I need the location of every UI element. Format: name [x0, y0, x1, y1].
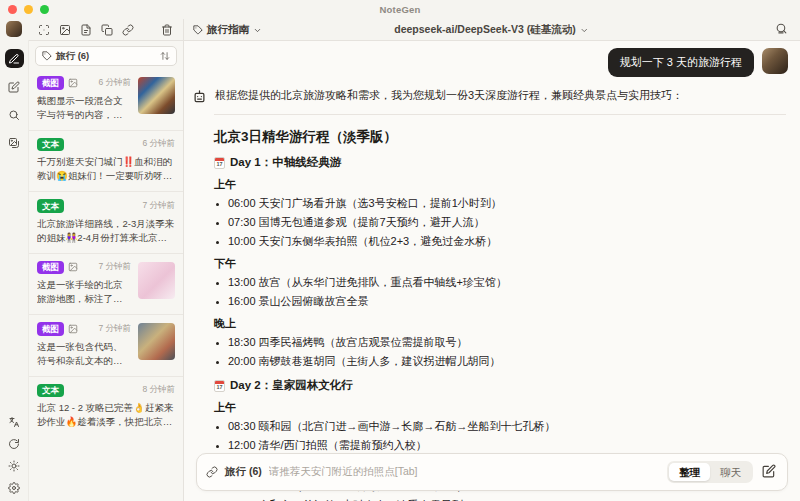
rail-gallery-button[interactable] [5, 133, 24, 152]
note-item-header: 文本6 分钟前 [37, 138, 175, 152]
itinerary-list: 08:30 颐和园（北宫门进→画中游→长廊→石舫→坐船到十七孔桥）12:00 清… [214, 419, 782, 453]
pen-icon [8, 53, 20, 65]
itinerary-item: 20:00 南锣鼓巷逛胡同（主街人多，建议拐进帽儿胡同） [228, 354, 782, 369]
link-tool-button[interactable] [122, 24, 134, 36]
note-thumbnail [138, 77, 175, 114]
assistant-intro: 根据您提供的北京旅游攻略和需求，我为您规划一份3天深度游行程，兼顾经典景点与实用… [215, 88, 683, 104]
note-thumbnail [138, 323, 175, 360]
rail-compose-button[interactable] [5, 77, 24, 96]
trash-button[interactable] [161, 24, 173, 36]
file-tool-button[interactable] [80, 24, 92, 36]
day-title-text: Day 2：皇家园林文化行 [230, 378, 353, 393]
chat-area: 规划一下 3 天的旅游行程 根据您提供的北京旅游攻略和需求，我为您规划一份3天深… [184, 41, 800, 501]
mode-active-button[interactable]: 整理 [669, 463, 710, 482]
model-selector[interactable]: deepseek-ai/DeepSeek-V3 (硅基流动) [394, 21, 588, 39]
chat-input[interactable]: 请推荐天安门附近的拍照点[Tab] [269, 465, 660, 479]
rail-search-button[interactable] [5, 105, 24, 124]
sync-icon [8, 438, 20, 450]
itinerary-list: 06:00 天安门广场看升旗（选3号安检口，提前1小时到）07:30 国博无包通… [214, 196, 782, 249]
itinerary-item: 12:00 清华/西门拍照（需提前预约入校） [228, 438, 782, 453]
compose-button[interactable] [760, 462, 778, 483]
screenshot-icon [38, 24, 50, 36]
note-preview-text: 这是一张包含代码、符号和杂乱文本的截图，内容难以辨识，似乎涉及技术... [37, 340, 131, 368]
translate-icon [8, 416, 20, 428]
image-icon [59, 24, 71, 36]
user-avatar[interactable] [6, 21, 22, 37]
note-preview-text: 这是一张手绘的北京旅游地图，标注了景点、交通方式和门票价格，如天安... [37, 278, 131, 306]
note-preview-text: 千万别逛天安门城门‼️血和泪的教训😭姐妹们！一定要听劝呀❗除非是预约了参观天安门… [37, 155, 175, 183]
rail-buttons [5, 49, 24, 152]
note-preview-text: 北京旅游详细路线，2-3月淡季来的姐妹👭2-4月份打算来北京玩的宝子 不用再翻遍… [37, 217, 175, 245]
section-label: 上午 [214, 400, 782, 415]
note-item-header: 截图7 分钟前 [37, 261, 131, 275]
minimize-button[interactable] [24, 5, 33, 14]
section-label: 晚上 [214, 316, 782, 331]
robot-icon [192, 89, 207, 104]
rail-settings-button[interactable] [8, 482, 20, 494]
doc-days: 17Day 1：中轴线经典游上午06:00 天安门广场看升旗（选3号安检口，提前… [214, 155, 782, 501]
copy-icon [101, 24, 113, 36]
itinerary-list: 18:30 四季民福烤鸭（故宫店观景位需提前取号）20:00 南锣鼓巷逛胡同（主… [214, 335, 782, 369]
day-heading: 17Day 1：中轴线经典游 [214, 155, 782, 170]
app-title: NoteGen [0, 0, 800, 19]
clear-chat-button[interactable] [769, 21, 800, 39]
note-item-header: 截图6 分钟前 [37, 76, 131, 90]
nav-rail [0, 19, 28, 501]
chat-input-bar[interactable]: 旅行 (6) 请推荐天安门附近的拍照点[Tab] 整理聊天 [196, 453, 788, 491]
note-title-dropdown[interactable]: 旅行指南 [183, 21, 262, 39]
calendar-emoji: 17 [214, 157, 225, 169]
note-item-header: 文本7 分钟前 [37, 199, 175, 213]
mode-toggle: 整理聊天 [667, 461, 753, 484]
note-thumbnail [138, 262, 175, 299]
note-type-badge: 文本 [37, 199, 64, 213]
note-preview-text: 截图显示一段混合文字与符号的内容，包含多行无序排列的字母、数字和符... [37, 94, 131, 122]
note-timestamp: 7 分钟前 [98, 323, 131, 335]
doc-title: 北京3日精华游行程（淡季版） [214, 128, 782, 146]
itinerary-list: 13:00 故宫（从东华门进免排队，重点看中轴线+珍宝馆）16:00 景山公园俯… [214, 275, 782, 309]
itinerary-item: 06:00 天安门广场看升旗（选3号安检口，提前1小时到） [228, 196, 782, 211]
app-window: NoteGen 旅行指南 deepseek-ai/DeepSeek-V3 (硅基… [0, 0, 800, 501]
note-list-item[interactable]: 截图6 分钟前截图显示一段混合文字与符号的内容，包含多行无序排列的字母、数字和符… [29, 69, 183, 131]
chevron-down-icon [253, 21, 262, 39]
tag-filter-label: 旅行 (6) [56, 50, 89, 63]
trash-icon [161, 24, 173, 36]
screenshot-tool-button[interactable] [38, 24, 50, 36]
note-list-item[interactable]: 文本6 分钟前千万别逛天安门城门‼️血和泪的教训😭姐妹们！一定要听劝呀❗除非是预… [29, 131, 183, 193]
day-heading: 17Day 2：皇家园林文化行 [214, 378, 782, 393]
model-label: deepseek-ai/DeepSeek-V3 (硅基流动) [394, 23, 575, 37]
day-title-text: Day 1：中轴线经典游 [230, 155, 341, 170]
itinerary-item: 07:30 国博无包通道参观（提前7天预约，避开人流） [228, 215, 782, 230]
link-icon [122, 24, 134, 36]
link-icon [206, 466, 218, 478]
note-type-badge: 截图 [37, 322, 64, 336]
note-type-badge: 截图 [37, 76, 64, 90]
rail-pen-button[interactable] [5, 49, 24, 68]
image-tool-button[interactable] [59, 24, 71, 36]
tag-filter[interactable]: 旅行 (6) [35, 46, 177, 66]
note-preview-text: 北京 12 - 2 攻略已完善👌赶紧来抄作业🔥趁着淡季，快把北京旅游攻略重新整理… [37, 401, 175, 429]
titlebar: NoteGen [0, 0, 800, 19]
note-list-item[interactable]: 文本8 分钟前北京 12 - 2 攻略已完善👌赶紧来抄作业🔥趁着淡季，快把北京旅… [29, 377, 183, 438]
user-message-bubble: 规划一下 3 天的旅游行程 [608, 48, 754, 77]
mode-option-button[interactable]: 聊天 [710, 463, 751, 482]
gallery-icon [8, 137, 20, 149]
itinerary-item: 13:00 故宫（从东华门进免排队，重点看中轴线+珍宝馆） [228, 275, 782, 290]
clear-icon [775, 22, 788, 38]
close-button[interactable] [8, 5, 17, 14]
note-list-item[interactable]: 截图7 分钟前这是一张包含代码、符号和杂乱文本的截图，内容难以辨识，似乎涉及技术… [29, 315, 183, 377]
sort-icon[interactable] [160, 51, 170, 61]
note-timestamp: 6 分钟前 [98, 77, 131, 89]
note-title: 旅行指南 [207, 23, 249, 37]
copy-tool-button[interactable] [101, 24, 113, 36]
rail-translate-button[interactable] [8, 416, 20, 428]
search-icon [8, 109, 20, 121]
compose-icon [762, 464, 776, 481]
main-header: 旅行指南 deepseek-ai/DeepSeek-V3 (硅基流动) [183, 19, 800, 40]
rail-theme-button[interactable] [8, 460, 20, 472]
settings-icon [8, 482, 20, 494]
note-list-item[interactable]: 截图7 分钟前这是一张手绘的北京旅游地图，标注了景点、交通方式和门票价格，如天安… [29, 254, 183, 316]
image-icon [68, 324, 78, 334]
rail-sync-button[interactable] [8, 438, 20, 450]
zoom-button[interactable] [40, 5, 49, 14]
note-list-item[interactable]: 文本7 分钟前北京旅游详细路线，2-3月淡季来的姐妹👭2-4月份打算来北京玩的宝… [29, 192, 183, 254]
